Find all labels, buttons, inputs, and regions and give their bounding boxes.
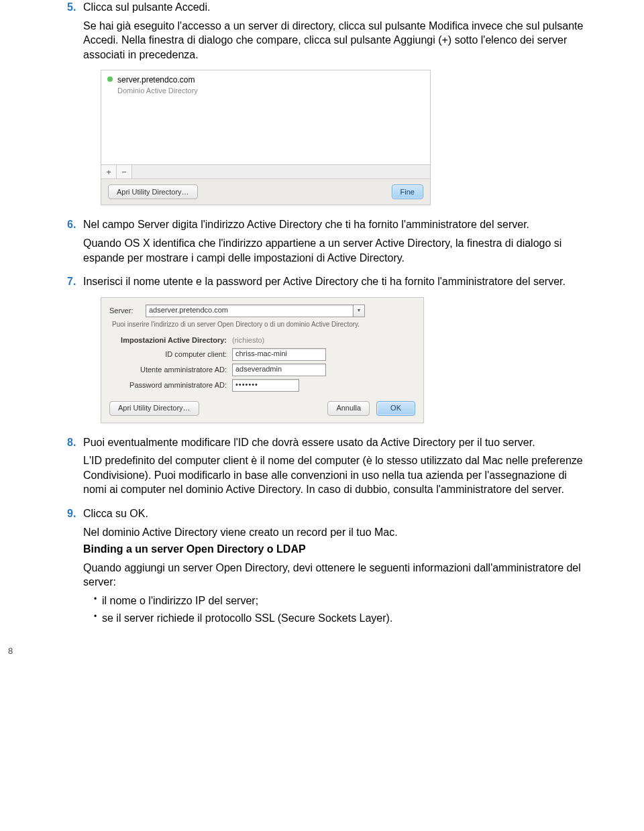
step-head: Clicca sul pulsante Accedi. bbox=[83, 1, 210, 13]
step-head: Inserisci il nome utente e la password p… bbox=[83, 276, 566, 287]
step-paragraph: Se hai già eseguito l'accesso a un serve… bbox=[83, 19, 590, 62]
admin-pass-label: Password amministratore AD: bbox=[109, 380, 232, 390]
step-head: Nel campo Server digita l'indirizzo Acti… bbox=[83, 219, 529, 230]
server-type: Dominio Active Directory bbox=[101, 86, 430, 96]
ok-button[interactable]: OK bbox=[376, 401, 415, 416]
step-5: 5. Clicca sul pulsante Accedi. Se hai gi… bbox=[67, 0, 590, 205]
admin-pass-input[interactable]: ••••••• bbox=[232, 379, 299, 392]
step-number: 5. bbox=[67, 0, 76, 15]
step-head: Puoi eventualmente modificare l'ID che d… bbox=[83, 437, 535, 448]
open-directory-utility-button[interactable]: Apri Utility Directory… bbox=[108, 184, 198, 199]
step-number: 9. bbox=[67, 506, 76, 521]
client-id-input[interactable]: chriss-mac-mini bbox=[232, 348, 326, 361]
server-dropdown-button[interactable]: ▾ bbox=[354, 304, 365, 317]
bullet-item: se il server richiede il protocollo SSL … bbox=[94, 611, 590, 626]
server-listbox: server.pretendco.com Dominio Active Dire… bbox=[101, 70, 430, 164]
ad-required: (richiesto) bbox=[232, 335, 264, 345]
step-paragraph: Quando OS X identifica che l'indirizzo a… bbox=[83, 236, 590, 265]
step-7: 7. Inserisci il nome utente e la passwor… bbox=[67, 274, 590, 423]
admin-user-row: Utente amministratore AD: adseveradmin bbox=[109, 364, 415, 376]
screenshot-server-list: server.pretendco.com Dominio Active Dire… bbox=[101, 70, 431, 205]
dialog-button-row: Apri Utility Directory… Annulla OK bbox=[109, 401, 415, 416]
step-8: 8. Puoi eventualmente modificare l'ID ch… bbox=[67, 435, 590, 497]
step-number: 6. bbox=[67, 217, 76, 232]
bullet-list: il nome o l'indirizzo IP del server; se … bbox=[83, 594, 590, 625]
server-input[interactable]: adserver.pretendco.com bbox=[146, 304, 354, 317]
add-remove-bar: + − bbox=[101, 164, 430, 179]
step-paragraph: Nel dominio Active Directory viene creat… bbox=[83, 525, 590, 540]
step-6: 6. Nel campo Server digita l'indirizzo A… bbox=[67, 217, 590, 265]
cancel-button[interactable]: Annulla bbox=[327, 401, 370, 416]
subheading: Binding a un server Open Directory o LDA… bbox=[83, 542, 590, 557]
step-head: Clicca su OK. bbox=[83, 508, 148, 519]
server-help-text: Puoi inserire l'indirizzo di un server O… bbox=[112, 320, 415, 329]
remove-button[interactable]: − bbox=[117, 165, 132, 178]
step-paragraph: Quando aggiungi un server Open Directory… bbox=[83, 561, 590, 590]
admin-user-input[interactable]: adseveradmin bbox=[232, 364, 326, 376]
server-row: Server: adserver.pretendco.com ▾ bbox=[109, 304, 415, 317]
screenshot-ad-settings: Server: adserver.pretendco.com ▾ Puoi in… bbox=[101, 297, 424, 423]
server-label: Server: bbox=[109, 306, 146, 316]
client-id-row: ID computer client: chriss-mac-mini bbox=[109, 348, 415, 361]
step-paragraph: L'ID predefinito del computer client è i… bbox=[83, 453, 590, 497]
fine-button[interactable]: Fine bbox=[392, 184, 423, 199]
page-number: 8 bbox=[8, 645, 545, 657]
step-number: 8. bbox=[67, 435, 76, 450]
open-directory-utility-button[interactable]: Apri Utility Directory… bbox=[109, 401, 199, 416]
ad-settings-label: Impostazioni Active Directory: bbox=[109, 335, 232, 345]
admin-user-label: Utente amministratore AD: bbox=[109, 365, 232, 375]
ad-settings-row: Impostazioni Active Directory: (richiest… bbox=[109, 335, 415, 345]
add-button[interactable]: + bbox=[101, 165, 117, 178]
step-9: 9. Clicca su OK. Nel dominio Active Dire… bbox=[67, 506, 590, 625]
server-name: server.pretendco.com bbox=[101, 70, 430, 85]
dialog-footer: Apri Utility Directory… Fine bbox=[101, 179, 430, 205]
step-number: 7. bbox=[67, 274, 76, 289]
bullet-item: il nome o l'indirizzo IP del server; bbox=[94, 594, 590, 608]
client-id-label: ID computer client: bbox=[109, 349, 232, 359]
admin-pass-row: Password amministratore AD: ••••••• bbox=[109, 379, 415, 392]
